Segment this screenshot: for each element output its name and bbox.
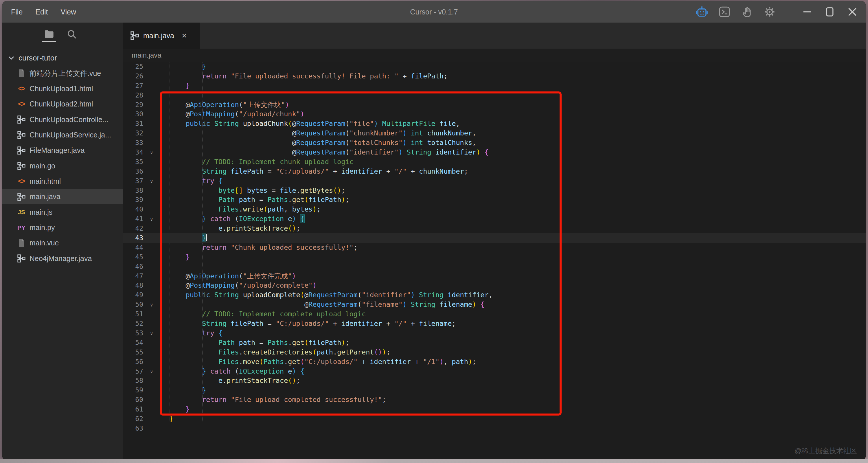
fold-chevron-icon[interactable]: ∨: [150, 177, 153, 186]
sidebar-item-main-vue[interactable]: main.vue: [2, 236, 123, 251]
line-number: 49: [123, 290, 143, 300]
code-line-58[interactable]: 58 e.printStackTrace();: [123, 376, 866, 385]
code-line-37[interactable]: 37∨ try {: [123, 176, 866, 186]
sidebar-item-neo4jmanager-java[interactable]: Neo4jManager.java: [2, 251, 123, 266]
java-file-icon: [18, 254, 26, 263]
code-line-26[interactable]: 26 return "File uploaded successfully! F…: [123, 71, 866, 81]
line-number: 28: [123, 91, 143, 100]
tab-close-icon[interactable]: ×: [182, 31, 187, 40]
code-line-61[interactable]: 61 }: [123, 405, 866, 414]
code-line-52[interactable]: 52 String filePath = "C:/uploads/" + ide…: [123, 319, 866, 329]
menu-view[interactable]: View: [60, 8, 76, 16]
titlebar: File Edit View Cursor - v0.1.7: [2, 1, 866, 23]
code-line-33[interactable]: 33 @RequestParam("totalChunks") int tota…: [123, 138, 866, 148]
sidebar-item-chunkuploadservice-ja-[interactable]: ChunkUploadService.ja...: [2, 127, 123, 143]
breadcrumb[interactable]: main.java: [123, 49, 866, 62]
code-line-29[interactable]: 29 @ApiOperation("上传文件块"): [123, 100, 866, 110]
tab-main-java[interactable]: main.java ×: [123, 23, 199, 49]
line-number: 33: [123, 138, 143, 148]
java-file-icon: [18, 162, 26, 170]
code-line-53[interactable]: 53∨ try {: [123, 329, 866, 338]
minimize-button[interactable]: [799, 4, 815, 20]
search-icon[interactable]: [65, 28, 78, 40]
code-line-42[interactable]: 42 e.printStackTrace();: [123, 224, 866, 233]
code-line-40[interactable]: 40 Files.write(path, bytes);: [123, 205, 866, 214]
terminal-icon[interactable]: [716, 4, 733, 20]
sidebar-item-root[interactable]: cursor-tutor: [2, 50, 123, 65]
code-line-59[interactable]: 59 }: [123, 385, 866, 395]
code-line-51[interactable]: 51 // TODO: Implement complete upload lo…: [123, 309, 866, 319]
menu-edit[interactable]: Edit: [35, 8, 48, 16]
fold-chevron-icon[interactable]: ∨: [150, 148, 153, 158]
code-area[interactable]: 25 }26 return "File uploaded successfull…: [123, 62, 866, 460]
sidebar-item-chunkupload2-html[interactable]: <>ChunkUpload2.html: [2, 97, 123, 112]
explorer-folder-icon[interactable]: [43, 28, 56, 40]
robot-icon[interactable]: [694, 4, 710, 20]
code-line-46[interactable]: 46: [123, 262, 866, 272]
line-number: 51: [123, 309, 143, 319]
code-line-30[interactable]: 30 @PostMapping("/upload/chunk"): [123, 110, 866, 119]
menu-file[interactable]: File: [11, 8, 23, 16]
code-line-45[interactable]: 45 }: [123, 252, 866, 262]
code-line-34[interactable]: 34∨ @RequestParam("identifier") String i…: [123, 148, 866, 157]
line-number: 57: [123, 367, 143, 376]
line-number: 58: [123, 376, 143, 385]
document-icon: [18, 239, 25, 247]
code-line-25[interactable]: 25 }: [123, 62, 866, 71]
sidebar-item-main-py[interactable]: PYmain.py: [2, 220, 123, 235]
line-number: 29: [123, 100, 143, 110]
code-lines: 25 }26 return "File uploaded successfull…: [123, 62, 866, 433]
code-line-57[interactable]: 57∨ } catch (IOException e) {: [123, 367, 866, 376]
code-line-60[interactable]: 60 return "File upload completed success…: [123, 395, 866, 405]
code-text: @ApiOperation("上传文件完成"): [169, 272, 296, 281]
code-line-62[interactable]: 62}: [123, 414, 866, 424]
code-line-48[interactable]: 48 @PostMapping("/upload/complete"): [123, 281, 866, 290]
code-text: String filePath = "C:/uploads/" + identi…: [169, 167, 468, 176]
sidebar-item--vue[interactable]: 前端分片上传文件.vue: [2, 66, 123, 81]
wave-hand-icon[interactable]: [739, 4, 755, 20]
line-number: 30: [123, 110, 143, 119]
code-text: Files.move(Paths.get("C:/uploads/" + ide…: [169, 357, 476, 367]
code-line-28[interactable]: 28: [123, 91, 866, 100]
code-line-50[interactable]: 50∨ @RequestParam("filename") String fil…: [123, 300, 866, 309]
text-cursor: [206, 234, 207, 241]
fold-chevron-icon[interactable]: ∨: [150, 215, 153, 224]
line-number: 40: [123, 205, 143, 214]
watermark: @稀土掘金技术社区: [795, 446, 857, 456]
sidebar-item-filemanager-java[interactable]: FileManager.java: [2, 143, 123, 158]
code-text: e.printStackTrace();: [169, 376, 300, 385]
fold-chevron-icon[interactable]: ∨: [150, 300, 153, 310]
code-text: @PostMapping("/upload/chunk"): [169, 110, 304, 119]
code-line-63[interactable]: 63: [123, 424, 866, 433]
close-button[interactable]: [844, 4, 861, 20]
code-line-55[interactable]: 55 Files.createDirectories(path.getParen…: [123, 347, 866, 357]
sidebar-item-main-html[interactable]: <>main.html: [2, 174, 123, 189]
sidebar-item-main-java[interactable]: main.java: [2, 189, 123, 204]
code-line-31[interactable]: 31 public String uploadChunk(@RequestPar…: [123, 119, 866, 128]
sidebar-item-chunkuploadcontrolle-[interactable]: ChunkUploadControlle...: [2, 112, 123, 127]
code-line-39[interactable]: 39 Path path = Paths.get(filePath);: [123, 195, 866, 205]
code-line-49[interactable]: 49 public String uploadComplete(@Request…: [123, 290, 866, 300]
code-line-32[interactable]: 32 @RequestParam("chunkNumber") int chun…: [123, 128, 866, 138]
code-line-35[interactable]: 35 // TODO: Implement chunk upload logic: [123, 157, 866, 167]
gear-icon[interactable]: [762, 4, 778, 20]
sidebar-item-main-js[interactable]: JSmain.js: [2, 205, 123, 220]
code-text: }: [169, 252, 190, 262]
sidebar-item-chunkupload1-html[interactable]: <>ChunkUpload1.html: [2, 81, 123, 96]
code-line-38[interactable]: 38 byte[] bytes = file.getBytes();: [123, 186, 866, 195]
code-line-56[interactable]: 56 Files.move(Paths.get("C:/uploads/" + …: [123, 357, 866, 367]
code-text: }: [169, 405, 190, 414]
maximize-button[interactable]: [822, 4, 838, 20]
fold-chevron-icon[interactable]: ∨: [150, 367, 153, 377]
code-line-36[interactable]: 36 String filePath = "C:/uploads/" + ide…: [123, 167, 866, 176]
sidebar-item-main-go[interactable]: main.go: [2, 158, 123, 173]
code-line-41[interactable]: 41∨ } catch (IOException e) {: [123, 214, 866, 224]
code-line-47[interactable]: 47 @ApiOperation("上传文件完成"): [123, 272, 866, 281]
line-number: 42: [123, 224, 143, 233]
code-line-43[interactable]: 43 }: [123, 233, 866, 243]
code-line-54[interactable]: 54 Path path = Paths.get(filePath);: [123, 338, 866, 347]
code-line-27[interactable]: 27 }: [123, 81, 866, 91]
fold-chevron-icon[interactable]: ∨: [150, 329, 153, 339]
code-line-44[interactable]: 44 return "Chunk uploaded successfully!"…: [123, 243, 866, 252]
html-file-icon: <>: [18, 100, 25, 108]
